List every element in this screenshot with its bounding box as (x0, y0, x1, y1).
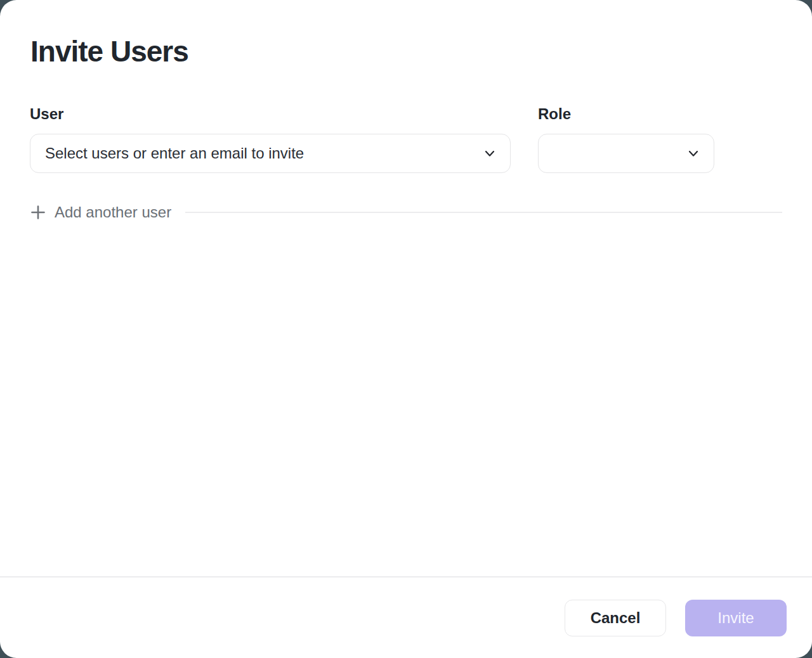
chevron-down-icon (687, 147, 700, 160)
modal-footer: Cancel Invite (0, 576, 812, 658)
invite-button[interactable]: Invite (685, 600, 787, 636)
add-another-user-button[interactable]: Add another user (30, 203, 171, 221)
plus-icon (30, 204, 46, 221)
user-select-value: Select users or enter an email to invite (45, 145, 304, 162)
user-select[interactable]: Select users or enter an email to invite (30, 134, 511, 173)
add-another-user-label: Add another user (55, 203, 171, 221)
role-field-label: Role (538, 105, 714, 123)
horizontal-divider (185, 212, 782, 213)
user-field-group: User Select users or enter an email to i… (30, 105, 511, 173)
role-field-group: Role (538, 105, 714, 173)
invite-form-row: User Select users or enter an email to i… (30, 105, 714, 173)
user-field-label: User (30, 105, 511, 123)
chevron-down-icon (483, 147, 496, 160)
role-select[interactable] (538, 134, 714, 173)
modal-title: Invite Users (30, 34, 188, 68)
add-user-row: Add another user (30, 203, 782, 221)
cancel-button[interactable]: Cancel (565, 600, 666, 636)
invite-users-modal: Invite Users User Select users or enter … (0, 0, 812, 658)
